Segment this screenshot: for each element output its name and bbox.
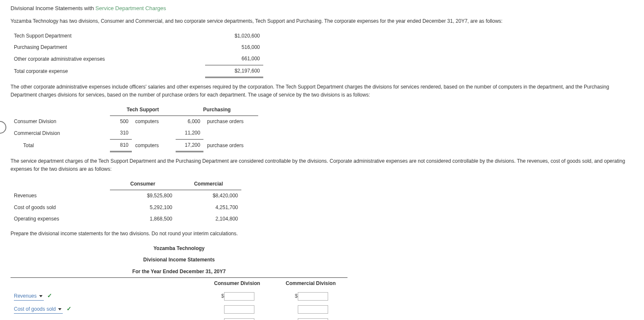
statement-row: Cost of goods sold ✓ <box>11 302 347 315</box>
statement-row: Gross profit ✓ $ $ <box>11 315 347 320</box>
usage-table: Tech Support Purchasing Consumer Divisio… <box>11 104 258 152</box>
intro-paragraph: Yozamba Technology has two divisions, Co… <box>11 17 633 25</box>
statement-company: Yozamba Technology <box>11 243 347 254</box>
table-row: Tech Support Department$1,020,600 <box>11 30 263 42</box>
check-icon: ✓ <box>67 305 72 312</box>
input-consumer-gross[interactable] <box>224 318 254 320</box>
title-link[interactable]: Service Department Charges <box>96 5 166 11</box>
chevron-down-icon <box>39 295 43 297</box>
input-consumer-revenues[interactable] <box>224 292 254 301</box>
statement-title: Divisional Income Statements <box>11 254 347 266</box>
line-dropdown-cogs[interactable]: Cost of goods sold <box>14 305 63 314</box>
page-title: Divisional Income Statements with Servic… <box>11 4 633 13</box>
check-icon: ✓ <box>51 318 56 320</box>
table-row-total: Total corporate expense$2,197,600 <box>11 65 263 77</box>
input-commercial-cogs[interactable] <box>298 305 328 314</box>
input-consumer-cogs[interactable] <box>224 305 254 314</box>
table-row: Operating expenses1,868,5002,104,800 <box>11 213 241 225</box>
table-row: Revenues$9,525,800$8,420,000 <box>11 190 241 202</box>
corporate-expenses-table: Tech Support Department$1,020,600 Purcha… <box>11 30 263 78</box>
table-row: Consumer Division 500computers 6,000purc… <box>11 116 258 128</box>
statement-period: For the Year Ended December 31, 20Y7 <box>11 266 347 278</box>
table-row: Commercial Division 310 11,200 <box>11 127 258 139</box>
line-dropdown-revenues[interactable]: Revenues <box>14 292 44 301</box>
col-header-commercial: Commercial Division <box>274 277 347 289</box>
table-row: Purchasing Department516,000 <box>11 42 263 53</box>
input-commercial-revenues[interactable] <box>298 292 328 301</box>
income-statement-table: Yozamba Technology Divisional Income Sta… <box>11 243 347 320</box>
check-icon: ✓ <box>47 292 52 299</box>
table-row: Cost of goods sold5,292,1004,251,700 <box>11 202 241 213</box>
division-data-table: Consumer Commercial Revenues$9,525,800$8… <box>11 178 241 225</box>
instruction-paragraph: Prepare the divisional income statements… <box>11 230 633 238</box>
col-header-consumer: Consumer Division <box>200 277 274 289</box>
paragraph-2: The other corporate administrative expen… <box>11 83 633 99</box>
statement-row: Revenues ✓ $ $ <box>11 289 347 302</box>
paragraph-3: The service department charges of the Te… <box>11 157 633 173</box>
table-row-total: Total 810computers 17,200purchase orders <box>11 139 258 151</box>
line-dropdown-gross[interactable]: Gross profit <box>14 318 47 320</box>
chevron-down-icon <box>58 308 61 310</box>
input-commercial-gross[interactable] <box>298 318 328 320</box>
side-nav-button[interactable] <box>0 121 6 134</box>
table-row: Other corporate administrative expenses6… <box>11 53 263 65</box>
